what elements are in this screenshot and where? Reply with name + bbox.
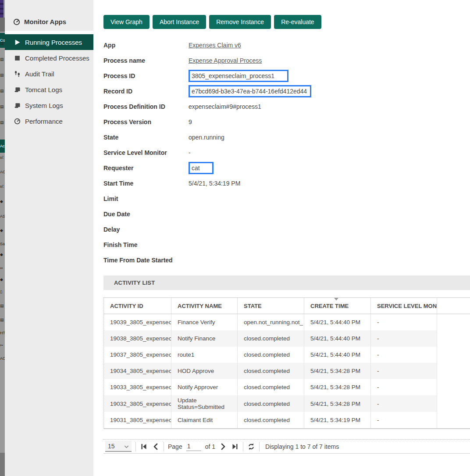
cell-id: 19032_3805_expensec xyxy=(104,395,171,412)
view-graph-button[interactable]: View Graph xyxy=(103,15,150,29)
divider xyxy=(164,442,164,451)
column-header-activity-name[interactable]: ACTIVITY NAME xyxy=(171,298,238,314)
cell-slm: - xyxy=(371,412,437,428)
next-page-icon[interactable] xyxy=(219,443,227,451)
table-row[interactable]: 19038_3805_expensecNotify Financeclosed.… xyxy=(104,330,470,347)
cell-state: closed.completed xyxy=(238,330,304,347)
activity-list-header: ACTIVITY LIST xyxy=(103,276,470,290)
detail-row: Service Level Monitor- xyxy=(103,145,470,160)
sidebar-item-label: Performance xyxy=(25,118,63,125)
sidebar-item-label: Audit Trail xyxy=(25,70,54,78)
detail-row: Process ID3805_expenseclaim_process1 xyxy=(103,68,470,83)
process-details: AppExpenses Claim v6Process nameExpense … xyxy=(103,37,470,268)
strip-fragment: HT xyxy=(0,330,5,336)
cell-name: Notify Approver xyxy=(171,379,238,395)
detail-row: Start Time5/4/21, 5:34:19 PM xyxy=(103,175,470,191)
re-evaluate-button[interactable]: Re-evaluate xyxy=(274,15,321,29)
detail-row: Process Definition IDexpenseclaim#9#proc… xyxy=(103,99,470,114)
detail-row: Time From Date Started xyxy=(103,252,470,268)
detail-value-highlighted: 3805_expenseclaim_process1 xyxy=(189,70,288,82)
page-of-label: of 1 xyxy=(205,443,215,450)
page-number-input[interactable] xyxy=(186,442,201,451)
chevron-down-icon xyxy=(124,444,129,448)
cell-slm: - xyxy=(371,395,437,412)
last-page-icon[interactable] xyxy=(231,443,239,451)
stop-icon xyxy=(14,55,21,61)
column-header-activity-id[interactable]: ACTIVITY ID xyxy=(104,298,171,314)
strip-fragment: ◆ xyxy=(0,251,5,258)
process-actions-toolbar: View GraphAbort InstanceRemove InstanceR… xyxy=(103,15,470,29)
sidebar-item-audit-trail[interactable]: Audit Trail xyxy=(5,66,93,82)
sidebar-item-completed-processes[interactable]: Completed Processes xyxy=(5,50,93,66)
pagination-status: Displaying 1 to 7 of 7 items xyxy=(265,443,339,450)
cell-name: Update Status=Submitted xyxy=(171,395,238,412)
detail-value: 5/4/21, 5:34:19 PM xyxy=(189,180,240,187)
sidebar-item-label: System Logs xyxy=(25,102,63,109)
cell-id: 19037_3805_expensec xyxy=(104,347,171,363)
cell-empty xyxy=(437,347,470,363)
cell-name: Claimant Edit xyxy=(171,412,238,428)
detail-value-highlighted: cat xyxy=(189,162,214,174)
detail-value[interactable]: Expense Approval Process xyxy=(189,57,262,64)
detail-label: Service Level Monitor xyxy=(103,149,189,156)
sidebar-item-performance[interactable]: Performance xyxy=(5,113,93,129)
strip-fragment: ◆ xyxy=(0,227,5,233)
detail-row: Due Date xyxy=(103,206,470,222)
pagination-bar: 15 Page of 1 xyxy=(103,439,470,454)
detail-row: Limit xyxy=(103,191,470,206)
cell-state: open.not_running.not_ xyxy=(238,314,304,330)
divider xyxy=(135,442,136,451)
detail-value[interactable]: Expenses Claim v6 xyxy=(189,42,241,49)
detail-value-highlighted: e7bcd69d-b3e3-47ea-b744-16efd412ed44 xyxy=(189,85,311,97)
detail-label: Process Version xyxy=(103,118,189,125)
table-row[interactable]: 19031_3805_expensecClaimant Editclosed.c… xyxy=(104,412,470,428)
detail-label: Record ID xyxy=(103,88,189,95)
strip-fragment: x/: xyxy=(0,183,5,190)
footprints-icon xyxy=(14,71,21,77)
cell-name: route1 xyxy=(171,347,238,363)
detail-label: Delay xyxy=(103,226,189,233)
strip-fragment: ▤ xyxy=(0,88,5,94)
cell-id: 19033_3805_expensec xyxy=(104,379,171,395)
sidebar-item-running-processes[interactable]: Running Processes xyxy=(5,34,93,50)
strip-fragment: ▤ xyxy=(0,72,5,78)
refresh-icon[interactable] xyxy=(247,443,255,451)
strip-fragment: ◆ xyxy=(0,198,5,204)
strip-fragment: ∞ xyxy=(0,265,5,271)
strip-fragment: AC xyxy=(0,355,5,361)
column-header-state[interactable]: STATE xyxy=(238,298,304,314)
cell-slm: - xyxy=(371,314,437,330)
process-detail-panel: View GraphAbort InstanceRemove InstanceR… xyxy=(103,0,470,476)
table-row[interactable]: 19033_3805_expensecNotify Approverclosed… xyxy=(104,379,470,395)
first-page-icon[interactable] xyxy=(140,443,148,451)
remove-instance-button[interactable]: Remove Instance xyxy=(209,15,271,29)
cell-slm: - xyxy=(371,330,437,347)
detail-row: AppExpenses Claim v6 xyxy=(103,37,470,53)
activity-table-header: ACTIVITY IDACTIVITY NAMESTATECREATE TIME… xyxy=(104,297,470,314)
page-size-select[interactable]: 15 xyxy=(105,441,132,452)
detail-label: Process name xyxy=(103,57,189,64)
abort-instance-button[interactable]: Abort Instance xyxy=(153,15,206,29)
table-row[interactable]: 19039_3805_expensecFinance Verifyopen.no… xyxy=(104,314,470,330)
table-row[interactable]: 19032_3805_expensecUpdate Status=Submitt… xyxy=(104,395,470,412)
sort-descending-icon xyxy=(334,298,338,301)
page-size-value: 15 xyxy=(108,443,115,450)
cell-state: closed.completed xyxy=(238,347,304,363)
table-row[interactable]: 19037_3805_expensecroute1closed.complete… xyxy=(104,347,470,363)
detail-label: Finish Time xyxy=(103,241,189,248)
cell-state: closed.completed xyxy=(238,395,304,412)
column-header xyxy=(437,298,470,314)
column-header-service-level-monitor[interactable]: SERVICE LEVEL MONITOR xyxy=(371,298,437,314)
strip-fragment: ▤ xyxy=(0,104,5,110)
sidebar-item-label: Running Processes xyxy=(25,39,82,46)
column-header-create-time[interactable]: CREATE TIME xyxy=(304,298,371,314)
page-label: Page xyxy=(168,443,182,450)
sidebar-item-label: Tomcat Logs xyxy=(25,86,62,93)
sidebar-item-tomcat-logs[interactable]: Tomcat Logs xyxy=(5,82,93,97)
table-row[interactable]: 19034_3805_expensecHOD Approveclosed.com… xyxy=(104,363,470,379)
clipped-logo xyxy=(0,0,4,18)
previous-page-icon[interactable] xyxy=(152,443,160,451)
cell-name: Finance Verify xyxy=(171,314,238,330)
sidebar-item-system-logs[interactable]: System Logs xyxy=(5,97,93,113)
background-window-strip: Co▤▤▤▤▤▤Acx/:ACx/:◆AS◆Sa◆∞◆▯▤▤HT✂AC xyxy=(0,0,5,476)
